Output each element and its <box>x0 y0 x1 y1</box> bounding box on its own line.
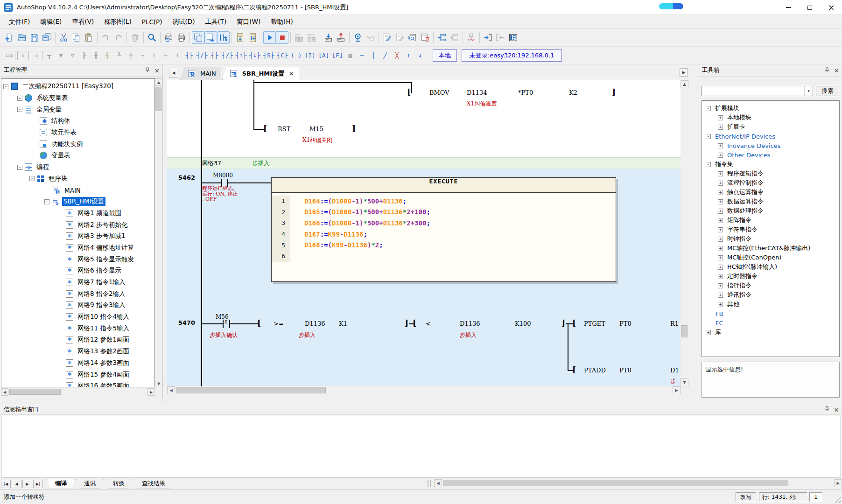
project-tree-item[interactable]: 网络7 指令1输入 <box>1 277 154 288</box>
download-to-plc-button[interactable] <box>322 31 335 44</box>
menu-item[interactable]: 梯形图(L) <box>99 15 137 28</box>
delete-button[interactable] <box>129 31 141 44</box>
instruction-operand[interactable]: K2 <box>569 89 577 96</box>
output-tab[interactable]: 通讯 <box>76 479 104 489</box>
upload-from-plc-button[interactable] <box>335 31 347 44</box>
expand-box[interactable]: + <box>718 274 723 279</box>
project-tree-item[interactable]: 网络8 指令2输入 <box>1 288 154 300</box>
scroll-right-button[interactable]: ▶ <box>147 388 155 396</box>
project-tree-item[interactable]: 变量表 <box>1 150 154 161</box>
scroll-thumb[interactable] <box>155 87 161 111</box>
open-button[interactable] <box>15 31 28 44</box>
ladder-tool-button[interactable]: ( ) <box>289 49 303 62</box>
output-nav-button[interactable]: ◀ <box>12 480 21 488</box>
compile-all-button[interactable] <box>246 31 259 44</box>
local-mode-button[interactable]: 本地 <box>433 49 457 62</box>
output-tab[interactable]: 转换 <box>105 479 133 489</box>
output-tab[interactable]: 查找结果 <box>134 479 173 489</box>
project-tree-item[interactable]: 网络11 指令5输入 <box>1 322 154 334</box>
ladder-tool-button[interactable]: ▦ <box>344 49 356 62</box>
toolbox-tree-item[interactable]: + MC轴控(CanOpen) <box>702 253 839 262</box>
ladder-tool-button[interactable]: S <box>31 51 42 60</box>
project-tree-item[interactable]: - 全局变量 <box>1 104 154 115</box>
project-tree-item[interactable]: MAIN <box>1 184 154 196</box>
expand-box[interactable]: + <box>718 246 723 251</box>
login-status[interactable]: 未登录:easy320:192.168.0.1 <box>462 49 562 62</box>
ladder-tool-button[interactable]: → <box>137 49 148 62</box>
toolbox-tree-item[interactable]: + 流程控制指令 <box>702 178 839 188</box>
stop-button[interactable] <box>276 31 288 44</box>
st-code-line[interactable]: 2 D165:=(D1000-1)*500+D1136*2+100; <box>272 207 616 218</box>
cut-button[interactable] <box>57 31 70 44</box>
toolbox-tree-item[interactable]: + MC轴控(EtherCAT&脉冲输出) <box>702 244 839 253</box>
toolbox-tree-item[interactable]: + 扩展卡 <box>702 122 839 132</box>
save-all-button[interactable] <box>41 31 53 44</box>
scroll-left-button[interactable]: ◀ <box>434 479 442 487</box>
ladder-tool-button[interactable]: ┤C├ <box>275 49 289 62</box>
project-tree-item[interactable]: 结构体 <box>1 115 154 127</box>
toolbox-tree-item[interactable]: + Inovance Devices <box>702 141 839 150</box>
scroll-down-button[interactable]: ▼ <box>681 378 688 386</box>
toolbox-tree-item[interactable]: + 矩阵指令 <box>702 216 839 225</box>
project-tree-item[interactable]: - 程序块 <box>1 173 154 185</box>
compile-button[interactable] <box>234 31 246 44</box>
compare-operand[interactable]: D1136 <box>460 320 480 327</box>
close-panel-icon[interactable]: × <box>834 67 839 74</box>
toolbox-tree-item[interactable]: + 程序逻辑指令 <box>702 169 839 178</box>
new-button[interactable] <box>3 31 15 44</box>
instruction-op[interactable]: RST <box>278 126 290 133</box>
ladder-tool-button[interactable]: ⌐ <box>160 49 172 62</box>
pin-icon[interactable] <box>824 406 830 413</box>
toolbox-tree-item[interactable]: + Other Devices <box>702 150 839 160</box>
ladder-tool-button[interactable]: ┳ <box>43 49 55 62</box>
toolbox-tree-item[interactable]: + HC轴控(脉冲输入) <box>702 262 839 272</box>
expand-box[interactable]: - <box>706 162 711 167</box>
toolbox-tree-item[interactable]: - EtherNet/IP Devices <box>702 132 839 141</box>
instruction-op[interactable]: BMOV <box>429 89 449 96</box>
expand-box[interactable]: + <box>718 293 723 298</box>
toolbox-tree-item[interactable]: + 其他 <box>702 300 839 309</box>
compare-op[interactable]: < <box>426 320 431 327</box>
expand-box[interactable]: + <box>718 153 723 158</box>
compare-op[interactable]: >= <box>274 320 284 327</box>
ladder-tool-button[interactable]: (I) <box>303 49 316 62</box>
editor-hscrollbar[interactable]: ◀ ▶ <box>167 386 681 394</box>
redo-button[interactable] <box>112 31 125 44</box>
expand-box[interactable]: + <box>718 265 723 270</box>
scroll-thumb[interactable] <box>176 387 326 393</box>
compare-operand[interactable]: K1 <box>339 320 347 327</box>
project-tree-item[interactable]: 网络1 频道范围 <box>1 208 154 219</box>
toolbox-tree-item[interactable]: + 定时器指令 <box>702 272 839 281</box>
network37-header[interactable]: 网络37 步插入 <box>167 157 681 169</box>
project-tree-hscrollbar[interactable]: ◀ ▶ <box>1 388 155 396</box>
menu-item[interactable]: 工具(T) <box>200 15 232 28</box>
instruction-operand[interactable]: D1134 <box>467 89 487 96</box>
editor-vscrollbar[interactable]: ▲ ▼ <box>681 80 688 386</box>
expand-box[interactable]: + <box>718 302 723 307</box>
project-tree-item[interactable]: 网络12 参数1画面 <box>1 334 154 346</box>
tab-scroll-right-button[interactable]: ▶ <box>680 68 688 77</box>
project-tree-vscrollbar[interactable]: ▲ ▼ <box>155 78 162 387</box>
menu-item[interactable]: 查看(V) <box>67 15 99 28</box>
expand-box[interactable]: + <box>718 227 723 232</box>
jump-in-button[interactable] <box>482 31 494 44</box>
project-tree-item[interactable]: 网络13 参数2画面 <box>1 346 154 357</box>
project-tree-item[interactable]: 网络5 指令显示触发 <box>1 253 154 265</box>
compare-operand[interactable]: K100 <box>515 320 531 327</box>
toolbox-tree-item[interactable]: + 数据运算指令 <box>702 197 839 206</box>
ladder-tool-button[interactable]: ╪ <box>125 49 137 62</box>
splitter-handle[interactable] <box>428 480 431 487</box>
toolbox-tree-item[interactable]: + 时钟指令 <box>702 234 839 244</box>
scroll-thumb[interactable] <box>681 325 688 337</box>
expand-box[interactable]: + <box>718 283 723 288</box>
insert-row-button[interactable] <box>435 31 448 44</box>
expand-box[interactable]: + <box>718 199 723 204</box>
editor-tab[interactable]: MAIN <box>180 67 221 80</box>
ladder-tool-button[interactable]: ╳ <box>391 49 403 62</box>
output-tab[interactable]: 编译 <box>47 479 75 489</box>
toolbox-tree-item[interactable]: + 指针指令 <box>702 281 839 290</box>
project-tree-item[interactable]: - 编程 <box>1 161 154 173</box>
expand-box[interactable]: + <box>718 125 723 130</box>
paste-button[interactable] <box>83 31 95 44</box>
print-preview-button[interactable] <box>162 31 175 44</box>
